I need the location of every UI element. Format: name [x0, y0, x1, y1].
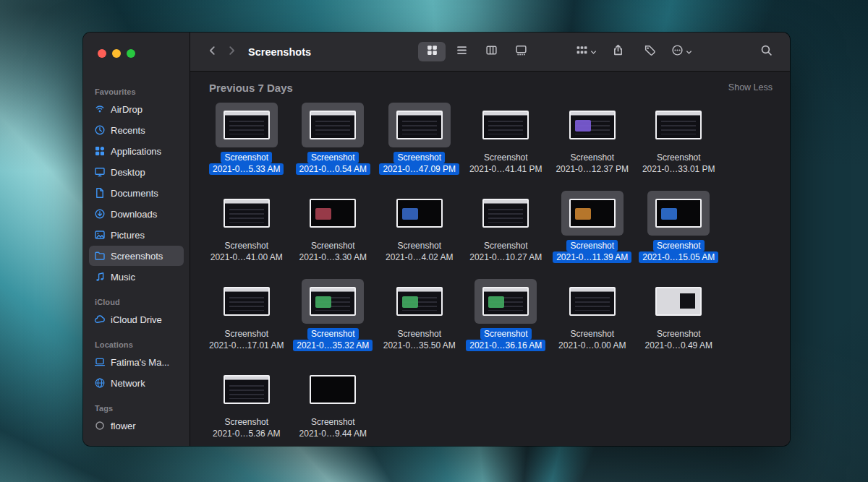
column-view-button[interactable] [477, 42, 505, 61]
thumbnail-image [482, 199, 529, 228]
thumbnail-image [569, 111, 616, 139]
music-icon [94, 271, 106, 283]
file-name-text: 2021-0…5.36 AM [209, 428, 284, 439]
file-thumbnail[interactable] [647, 103, 710, 147]
gallery-view-button[interactable] [507, 42, 535, 61]
minimize-button[interactable] [112, 49, 121, 58]
file-item[interactable]: Screenshot2021-0…12.37 PM [549, 103, 636, 191]
file-thumbnail[interactable] [561, 191, 624, 236]
chevron-down-icon [686, 46, 692, 59]
thumbnail-image [396, 287, 443, 316]
file-thumbnail[interactable] [302, 103, 364, 147]
file-item[interactable]: Screenshot2021-0…5.36 AM [203, 367, 290, 446]
sidebar-item-downloads[interactable]: Downloads [89, 204, 184, 224]
sidebar-item-flower[interactable]: flower [89, 416, 184, 436]
file-item[interactable]: Screenshot2021-0…4.02 AM [376, 191, 463, 279]
sidebar: FavouritesAirDropRecentsApplicationsDesk… [83, 33, 190, 446]
thumbnail-image [655, 287, 702, 316]
file-item[interactable]: Screenshot2021-0…9.44 AM [290, 367, 377, 446]
finder-window: FavouritesAirDropRecentsApplicationsDesk… [83, 33, 790, 446]
file-item[interactable]: Screenshot2021-0…5.33 AM [203, 103, 290, 191]
file-item[interactable]: Screenshot2021-0…0.54 AM [290, 103, 377, 191]
sidebar-item-label: Applications [111, 146, 161, 157]
share-button[interactable] [607, 42, 629, 61]
sidebar-item-applications[interactable]: Applications [89, 141, 184, 161]
file-thumbnail[interactable] [216, 279, 278, 324]
airdrop-icon [94, 103, 106, 115]
file-name-text: Screenshot [393, 328, 445, 340]
file-item[interactable]: Screenshot2021-0…10.27 AM [463, 191, 550, 279]
file-name-text: Screenshot [566, 240, 618, 251]
file-name-line: Screenshot [307, 328, 359, 340]
file-item[interactable]: Screenshot2021-0….17.01 AM [203, 279, 290, 367]
file-item[interactable]: Screenshot2021-0…0.49 AM [636, 279, 723, 367]
file-thumbnail[interactable] [216, 367, 278, 412]
file-item[interactable]: Screenshot2021-0…35.50 AM [376, 279, 463, 367]
file-thumbnail[interactable] [475, 103, 537, 147]
file-item[interactable]: Screenshot2021-0…41.00 AM [203, 191, 290, 279]
file-thumbnail[interactable] [647, 279, 710, 324]
file-item[interactable]: Screenshot2021-0…0.00 AM [549, 279, 636, 367]
file-item[interactable]: Screenshot2021-0…36.16 AM [463, 279, 550, 367]
file-item[interactable]: Screenshot2021-0…33.01 PM [636, 103, 723, 191]
search-button[interactable] [755, 42, 777, 61]
file-item[interactable]: Screenshot2021-0…11.39 AM [549, 191, 636, 279]
file-thumbnail[interactable] [475, 191, 537, 236]
more-actions-button[interactable] [671, 42, 692, 61]
file-thumbnail[interactable] [647, 191, 710, 236]
file-thumbnail[interactable] [302, 367, 364, 412]
file-name-line: 2021-0…9.44 AM [296, 428, 370, 439]
file-item[interactable]: Screenshot2021-0…47.09 PM [376, 103, 463, 191]
file-thumbnail[interactable] [388, 191, 451, 236]
file-thumbnail[interactable] [388, 279, 451, 324]
file-thumbnail[interactable] [302, 191, 364, 236]
list-view-button[interactable] [448, 42, 475, 61]
file-item[interactable]: Screenshot2021-0…35.32 AM [290, 279, 377, 367]
zoom-button[interactable] [127, 49, 135, 58]
sidebar-item-recents[interactable]: Recents [89, 120, 184, 140]
file-thumbnail[interactable] [475, 279, 537, 324]
back-button[interactable] [203, 43, 222, 61]
sidebar-item-airdrop[interactable]: AirDrop [89, 99, 184, 119]
sidebar-item-label: flower [111, 421, 136, 431]
thumbnail-image [655, 111, 702, 139]
close-button[interactable] [98, 49, 106, 58]
file-thumbnail[interactable] [302, 279, 364, 324]
sidebar-item-pictures[interactable]: Pictures [89, 225, 184, 245]
group-by-button[interactable] [575, 42, 597, 61]
sidebar-item-documents[interactable]: Documents [89, 183, 184, 203]
thumbnail-image [224, 287, 270, 316]
file-thumbnail[interactable] [216, 103, 278, 147]
file-name-line: Screenshot [221, 240, 272, 251]
file-name-line: Screenshot [393, 328, 445, 340]
globe-icon [94, 377, 106, 389]
tag-icon [644, 44, 656, 59]
file-name-line: 2021-0…11.39 AM [553, 251, 631, 263]
file-name-line: Screenshot [653, 152, 705, 163]
thumbnail-image [396, 199, 443, 228]
file-thumbnail[interactable] [561, 103, 624, 147]
sidebar-item-desktop[interactable]: Desktop [89, 162, 184, 182]
file-name-text: 2021-0…41.41 PM [466, 163, 546, 175]
file-item[interactable]: Screenshot2021-0…3.30 AM [290, 191, 377, 279]
file-thumbnail[interactable] [388, 103, 451, 147]
file-name-text: 2021-0…33.01 PM [639, 163, 719, 175]
show-less-button[interactable]: Show Less [728, 82, 773, 92]
sidebar-item-network[interactable]: Network [89, 373, 184, 393]
sidebar-item-fatima-s-ma[interactable]: Fatima's Ma... [89, 352, 184, 372]
file-name-text: Screenshot [307, 152, 359, 163]
sidebar-item-icloud-drive[interactable]: iCloud Drive [89, 309, 184, 330]
file-thumbnail[interactable] [561, 279, 624, 324]
sidebar-item-music[interactable]: Music [89, 267, 184, 287]
thumbnail-image [310, 111, 356, 139]
tags-button[interactable] [639, 42, 660, 61]
icon-view-button[interactable] [418, 42, 446, 61]
file-name-text: 2021-0…0.49 AM [642, 340, 716, 351]
thumbnail-image [224, 375, 270, 404]
forward-button[interactable] [222, 43, 241, 61]
file-item[interactable]: Screenshot2021-0…15.05 AM [636, 191, 723, 279]
file-item[interactable]: Screenshot2021-0…41.41 PM [463, 103, 550, 191]
file-thumbnail[interactable] [216, 191, 278, 236]
file-name-text: Screenshot [393, 240, 445, 251]
sidebar-item-screenshots[interactable]: Screenshots [89, 246, 184, 266]
